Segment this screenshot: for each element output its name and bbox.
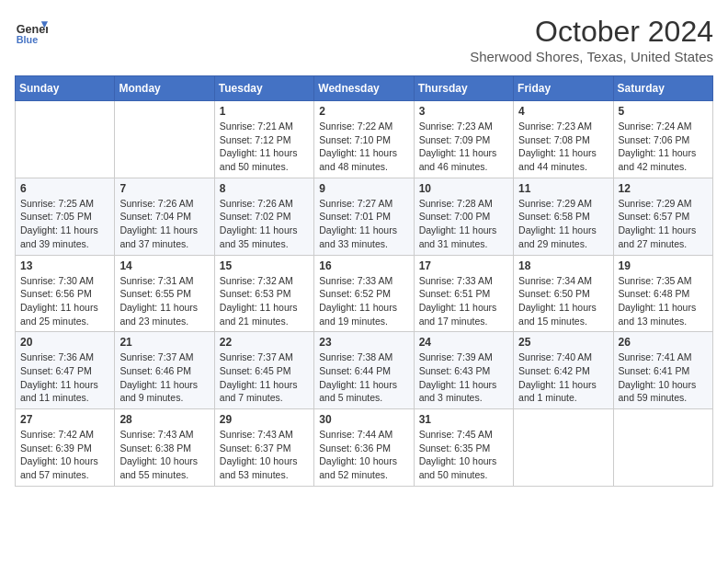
day-info: Sunrise: 7:27 AMSunset: 7:01 PMDaylight:… [319,197,408,251]
day-number: 20 [20,336,109,349]
weekday-header-thursday: Thursday [414,76,513,101]
day-info: Sunrise: 7:45 AMSunset: 6:35 PMDaylight:… [419,428,508,482]
week-row-4: 20Sunrise: 7:36 AMSunset: 6:47 PMDayligh… [16,332,713,409]
day-number: 16 [319,259,408,272]
day-info: Sunrise: 7:29 AMSunset: 6:57 PMDaylight:… [619,197,708,251]
calendar-cell [16,101,115,178]
day-number: 6 [20,182,109,195]
day-number: 5 [619,105,708,118]
calendar-cell: 29Sunrise: 7:43 AMSunset: 6:37 PMDayligh… [214,409,313,487]
day-number: 27 [20,413,109,426]
day-number: 3 [419,105,508,118]
page-header: General Blue October 2024 Sherwood Shore… [15,15,713,64]
calendar-cell: 25Sunrise: 7:40 AMSunset: 6:42 PMDayligh… [514,332,613,409]
day-number: 17 [419,259,508,272]
day-number: 24 [419,336,508,349]
week-row-2: 6Sunrise: 7:25 AMSunset: 7:05 PMDaylight… [16,178,713,255]
calendar-cell: 3Sunrise: 7:23 AMSunset: 7:09 PMDaylight… [414,101,513,178]
calendar-cell [613,409,712,487]
calendar-cell: 14Sunrise: 7:31 AMSunset: 6:55 PMDayligh… [115,255,214,332]
calendar-cell: 21Sunrise: 7:37 AMSunset: 6:46 PMDayligh… [115,332,214,409]
calendar-cell: 28Sunrise: 7:43 AMSunset: 6:38 PMDayligh… [115,409,214,487]
day-info: Sunrise: 7:26 AMSunset: 7:02 PMDaylight:… [220,197,309,251]
day-number: 28 [119,413,209,426]
calendar-cell: 17Sunrise: 7:33 AMSunset: 6:51 PMDayligh… [414,255,513,332]
calendar-cell: 1Sunrise: 7:21 AMSunset: 7:12 PMDaylight… [214,101,313,178]
day-info: Sunrise: 7:21 AMSunset: 7:12 PMDaylight:… [220,120,309,174]
day-number: 9 [319,182,408,195]
day-info: Sunrise: 7:33 AMSunset: 6:51 PMDaylight:… [419,274,508,328]
day-number: 25 [518,336,608,349]
svg-text:Blue: Blue [17,34,38,45]
day-number: 8 [220,182,309,195]
calendar-cell: 16Sunrise: 7:33 AMSunset: 6:52 PMDayligh… [314,255,414,332]
calendar-cell [514,409,613,487]
day-number: 26 [619,336,708,349]
month-title: October 2024 [470,15,713,49]
day-info: Sunrise: 7:32 AMSunset: 6:53 PMDaylight:… [220,274,309,328]
calendar-body: 1Sunrise: 7:21 AMSunset: 7:12 PMDaylight… [16,101,713,487]
day-number: 11 [518,182,608,195]
logo-icon: General Blue [15,15,48,48]
day-number: 31 [419,413,508,426]
day-number: 15 [220,259,309,272]
day-info: Sunrise: 7:43 AMSunset: 6:38 PMDaylight:… [119,428,209,482]
week-row-3: 13Sunrise: 7:30 AMSunset: 6:56 PMDayligh… [16,255,713,332]
calendar-cell: 13Sunrise: 7:30 AMSunset: 6:56 PMDayligh… [16,255,115,332]
location-title: Sherwood Shores, Texas, United States [470,49,713,64]
day-number: 23 [319,336,408,349]
day-info: Sunrise: 7:23 AMSunset: 7:08 PMDaylight:… [518,120,608,174]
day-info: Sunrise: 7:41 AMSunset: 6:41 PMDaylight:… [619,350,708,405]
weekday-header-monday: Monday [115,76,214,101]
day-info: Sunrise: 7:24 AMSunset: 7:06 PMDaylight:… [619,120,708,174]
day-number: 22 [220,336,309,349]
day-number: 12 [619,182,708,195]
day-number: 2 [319,105,408,118]
day-number: 14 [119,259,209,272]
calendar-cell [115,101,214,178]
weekday-header-row: SundayMondayTuesdayWednesdayThursdayFrid… [16,76,713,101]
calendar-cell: 6Sunrise: 7:25 AMSunset: 7:05 PMDaylight… [16,178,115,255]
day-number: 19 [619,259,708,272]
day-info: Sunrise: 7:29 AMSunset: 6:58 PMDaylight:… [518,197,608,251]
day-info: Sunrise: 7:35 AMSunset: 6:48 PMDaylight:… [619,274,708,328]
calendar-cell: 12Sunrise: 7:29 AMSunset: 6:57 PMDayligh… [613,178,712,255]
day-info: Sunrise: 7:38 AMSunset: 6:44 PMDaylight:… [319,350,408,405]
day-number: 7 [119,182,209,195]
day-info: Sunrise: 7:28 AMSunset: 7:00 PMDaylight:… [419,197,508,251]
calendar-cell: 7Sunrise: 7:26 AMSunset: 7:04 PMDaylight… [115,178,214,255]
calendar-cell: 26Sunrise: 7:41 AMSunset: 6:41 PMDayligh… [613,332,712,409]
calendar-cell: 18Sunrise: 7:34 AMSunset: 6:50 PMDayligh… [514,255,613,332]
calendar-cell: 23Sunrise: 7:38 AMSunset: 6:44 PMDayligh… [314,332,414,409]
day-info: Sunrise: 7:36 AMSunset: 6:47 PMDaylight:… [20,350,109,405]
day-number: 21 [119,336,209,349]
day-number: 18 [518,259,608,272]
day-number: 10 [419,182,508,195]
day-info: Sunrise: 7:25 AMSunset: 7:05 PMDaylight:… [20,197,109,251]
calendar-cell: 4Sunrise: 7:23 AMSunset: 7:08 PMDaylight… [514,101,613,178]
calendar-cell: 10Sunrise: 7:28 AMSunset: 7:00 PMDayligh… [414,178,513,255]
day-info: Sunrise: 7:26 AMSunset: 7:04 PMDaylight:… [119,197,209,251]
day-number: 30 [319,413,408,426]
week-row-5: 27Sunrise: 7:42 AMSunset: 6:39 PMDayligh… [16,409,713,487]
day-number: 13 [20,259,109,272]
day-info: Sunrise: 7:30 AMSunset: 6:56 PMDaylight:… [20,274,109,328]
weekday-header-saturday: Saturday [613,76,712,101]
calendar-cell: 5Sunrise: 7:24 AMSunset: 7:06 PMDaylight… [613,101,712,178]
weekday-header-friday: Friday [514,76,613,101]
calendar-cell: 20Sunrise: 7:36 AMSunset: 6:47 PMDayligh… [16,332,115,409]
day-info: Sunrise: 7:39 AMSunset: 6:43 PMDaylight:… [419,350,508,405]
calendar-cell: 30Sunrise: 7:44 AMSunset: 6:36 PMDayligh… [314,409,414,487]
week-row-1: 1Sunrise: 7:21 AMSunset: 7:12 PMDaylight… [16,101,713,178]
calendar-table: SundayMondayTuesdayWednesdayThursdayFrid… [15,75,713,487]
calendar-cell: 31Sunrise: 7:45 AMSunset: 6:35 PMDayligh… [414,409,513,487]
day-info: Sunrise: 7:23 AMSunset: 7:09 PMDaylight:… [419,120,508,174]
calendar-cell: 27Sunrise: 7:42 AMSunset: 6:39 PMDayligh… [16,409,115,487]
weekday-header-wednesday: Wednesday [314,76,414,101]
calendar-cell: 2Sunrise: 7:22 AMSunset: 7:10 PMDaylight… [314,101,414,178]
calendar-cell: 24Sunrise: 7:39 AMSunset: 6:43 PMDayligh… [414,332,513,409]
day-info: Sunrise: 7:31 AMSunset: 6:55 PMDaylight:… [119,274,209,328]
day-info: Sunrise: 7:40 AMSunset: 6:42 PMDaylight:… [518,350,608,405]
calendar-cell: 19Sunrise: 7:35 AMSunset: 6:48 PMDayligh… [613,255,712,332]
day-info: Sunrise: 7:33 AMSunset: 6:52 PMDaylight:… [319,274,408,328]
